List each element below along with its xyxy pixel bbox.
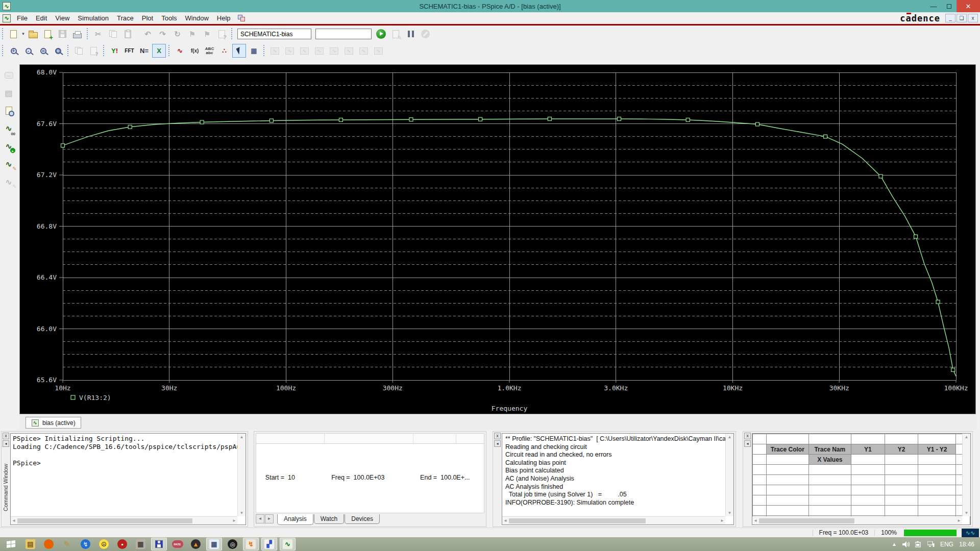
profile-combo[interactable]	[237, 29, 311, 39]
taskbar-security-app-icon[interactable]: ▲	[188, 538, 204, 550]
run-button[interactable]	[374, 27, 388, 41]
tab-watch[interactable]: Watch	[314, 514, 345, 524]
new-file-button-dropdown[interactable]: ▼	[21, 27, 26, 41]
vertical-scrollbar[interactable]: ▲▼	[962, 434, 970, 516]
close-icon[interactable]: x	[3, 433, 9, 439]
cursor-slope-button[interactable]: ∿	[298, 44, 311, 58]
output-console[interactable]: ** Profile: "SCHEMATIC1-bias" [ C:\Users…	[502, 433, 734, 525]
view-log-button[interactable]	[87, 44, 101, 58]
open-file-button[interactable]	[26, 27, 40, 41]
close-icon[interactable]: x	[744, 433, 751, 439]
cursor-trough-button[interactable]: ∿	[283, 44, 297, 58]
cursor-point-button[interactable]: ∿	[342, 44, 356, 58]
battery-icon[interactable]	[915, 541, 922, 547]
cut-button[interactable]: ✂	[91, 27, 105, 41]
refresh-button[interactable]: ↻	[170, 27, 184, 41]
taskbar-paint-app-icon[interactable]: ✎	[59, 538, 75, 550]
zoom-in-button[interactable]: +	[7, 44, 20, 58]
new-file-button[interactable]	[7, 27, 20, 41]
cursor-next-button[interactable]: ∿	[372, 44, 385, 58]
run-simulation-button[interactable]: ∿▶	[2, 140, 15, 153]
menu-view[interactable]: View	[51, 13, 74, 23]
tab-bias-active[interactable]: ∿ bias (active)	[26, 417, 81, 429]
cursor-mesh-button[interactable]: ▦	[247, 44, 261, 58]
taskbar-spiral-app-icon[interactable]: ◎	[225, 538, 240, 550]
window-arrange-icon[interactable]	[238, 15, 246, 22]
vertical-scrollbar[interactable]: ▲▼	[237, 434, 246, 516]
cursor-min-button[interactable]: ∿	[312, 44, 326, 58]
edit-simulation-profile-button[interactable]: ∿✎	[2, 158, 15, 171]
mdi-close-button[interactable]: x	[968, 14, 978, 22]
waveform-plot[interactable]: 68.0V67.6V67.2V66.8V66.4V66.0V65.6V10Hz3…	[20, 65, 975, 414]
export-excel-button[interactable]: X	[152, 44, 166, 58]
bookmark-button[interactable]: ⚑	[185, 27, 199, 41]
taskbar-screen-capture-app-icon[interactable]: ▞	[261, 538, 277, 550]
zoom-out-button[interactable]: -	[21, 44, 35, 58]
view-simulation-results-button[interactable]: ∿oo	[2, 122, 15, 135]
evaluate-function-button[interactable]: f(x)	[188, 44, 202, 58]
vertical-scrollbar[interactable]: ▲▼	[725, 434, 733, 516]
mark-data-points-button[interactable]: ∿	[173, 44, 187, 58]
text-label-button[interactable]: ABCabc	[203, 44, 216, 58]
start-button[interactable]	[2, 537, 20, 551]
language-indicator[interactable]: ENG	[940, 541, 953, 548]
restore-button[interactable]	[941, 0, 957, 12]
cursor-arrow-button[interactable]	[232, 44, 246, 58]
help-pointer-button[interactable]	[215, 27, 229, 41]
menu-edit[interactable]: Edit	[32, 13, 51, 23]
pause-button[interactable]	[404, 27, 418, 41]
volume-icon[interactable]	[902, 541, 910, 547]
edit-stimulus-button[interactable]: ∿✎	[2, 176, 15, 189]
tab-devices[interactable]: Devices	[345, 514, 380, 524]
edit-profile-button[interactable]	[389, 27, 403, 41]
menu-simulation[interactable]: Simulation	[74, 13, 113, 23]
pin-icon[interactable]: ◂	[494, 440, 501, 447]
taskbar-file-explorer-icon[interactable]: ▤	[22, 538, 38, 550]
redo-button[interactable]: ↷	[156, 27, 169, 41]
mark-points-button[interactable]: ∴	[217, 44, 231, 58]
zoom-area-button[interactable]	[36, 44, 50, 58]
menu-trace[interactable]: Trace	[113, 13, 138, 23]
fft-button[interactable]: FFT	[122, 44, 136, 58]
taskbar-lightning-app-icon[interactable]: ↯	[78, 538, 93, 550]
mdi-restore-button[interactable]: ❏	[957, 14, 967, 22]
close-button[interactable]: ✕	[957, 0, 980, 12]
output-file-button[interactable]: ▤	[2, 86, 15, 99]
undo-button[interactable]: ↶	[141, 27, 155, 41]
stop-button[interactable]	[419, 27, 432, 41]
menu-tools[interactable]: Tools	[157, 13, 181, 23]
taskbar-media-player-red-icon[interactable]: ▪	[114, 538, 130, 550]
paste-button[interactable]	[121, 27, 135, 41]
tab-scroll-right[interactable]: ►	[265, 514, 274, 523]
taskbar-floppy-tool-icon[interactable]	[151, 538, 167, 550]
taskbar-film-editor-icon[interactable]: ▦	[133, 538, 149, 550]
view-netlist-button[interactable]	[2, 104, 15, 117]
command-console[interactable]: PSpice> Initializing Scripting...Loading…	[10, 433, 246, 525]
close-icon[interactable]: x	[494, 433, 501, 439]
performance-analysis-button[interactable]: N=	[137, 44, 151, 58]
menu-file[interactable]: File	[13, 13, 32, 23]
pin-icon[interactable]: ◂	[3, 440, 9, 447]
mdi-minimize-button[interactable]: _	[945, 14, 955, 22]
taskbar-orange-utility-icon[interactable]: ↯	[243, 538, 259, 550]
menu-window[interactable]: Window	[181, 13, 213, 23]
horizontal-scrollbar[interactable]: ◄►	[11, 516, 237, 524]
network-icon[interactable]	[927, 541, 935, 547]
message-viewer-button[interactable]: …	[2, 68, 15, 82]
taskbar-pate-app-icon[interactable]: PATE	[169, 538, 185, 550]
save-button[interactable]	[56, 27, 69, 41]
tab-scroll-left[interactable]: ◄	[256, 514, 264, 523]
zoom-fit-button[interactable]: ⊡	[51, 44, 65, 58]
menu-help[interactable]: Help	[213, 13, 235, 23]
pin-icon[interactable]: ◂	[744, 440, 751, 447]
cursor-search-button[interactable]: ∿	[357, 44, 371, 58]
minimize-button[interactable]: —	[926, 0, 941, 12]
taskbar-calculator-icon[interactable]: ▦	[206, 538, 222, 550]
add-y-axis-button[interactable]: Y!	[108, 44, 121, 58]
tab-analysis[interactable]: Analysis	[277, 514, 313, 525]
print-button[interactable]	[70, 27, 84, 41]
horizontal-scrollbar[interactable]: ◄►	[502, 516, 725, 524]
copy-button[interactable]	[106, 27, 120, 41]
clock[interactable]: 18:46	[959, 541, 974, 548]
cursor-peak-button[interactable]: ∿	[268, 44, 282, 58]
